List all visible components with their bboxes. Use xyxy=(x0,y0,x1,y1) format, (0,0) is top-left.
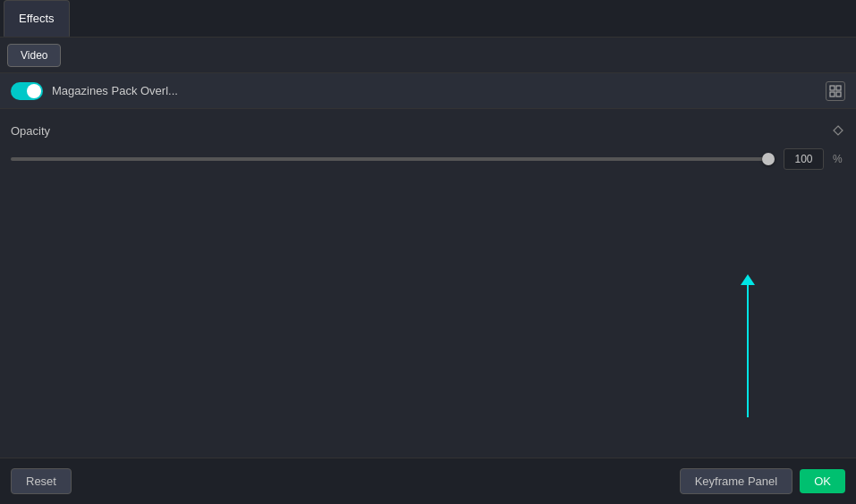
opacity-value-input[interactable] xyxy=(786,153,822,165)
svg-rect-0 xyxy=(830,86,835,90)
tab-effects[interactable]: Effects xyxy=(4,0,70,37)
effect-row: Magazines Pack Overl... xyxy=(0,73,856,109)
svg-rect-2 xyxy=(830,92,835,97)
bottom-bar: Reset Keyframe Panel OK xyxy=(0,458,856,504)
opacity-row: Opacity xyxy=(11,123,845,138)
svg-marker-4 xyxy=(834,126,843,135)
primary-tab-bar: Effects xyxy=(0,0,856,38)
opacity-value-box xyxy=(784,148,824,170)
keyframe-diamond-icon[interactable] xyxy=(831,123,845,138)
effect-options-icon[interactable] xyxy=(826,81,845,101)
svg-rect-1 xyxy=(836,86,841,90)
reset-button[interactable]: Reset xyxy=(11,468,72,494)
arrow-annotation xyxy=(747,283,749,417)
tab-video[interactable]: Video xyxy=(7,44,61,67)
toggle-knob xyxy=(27,84,41,98)
slider-row: % xyxy=(11,148,845,170)
opacity-slider-container xyxy=(11,150,775,168)
secondary-tab-bar: Video xyxy=(0,38,856,73)
content-area: Opacity % xyxy=(0,109,856,184)
svg-rect-3 xyxy=(836,92,841,97)
effect-name: Magazines Pack Overl... xyxy=(52,84,817,97)
right-buttons: Keyframe Panel OK xyxy=(680,468,845,494)
percent-label: % xyxy=(833,153,845,165)
keyframe-panel-button[interactable]: Keyframe Panel xyxy=(680,468,793,494)
opacity-label: Opacity xyxy=(11,124,64,138)
ok-button[interactable]: OK xyxy=(800,469,845,493)
opacity-slider[interactable] xyxy=(11,157,775,161)
effect-toggle[interactable] xyxy=(11,82,43,100)
